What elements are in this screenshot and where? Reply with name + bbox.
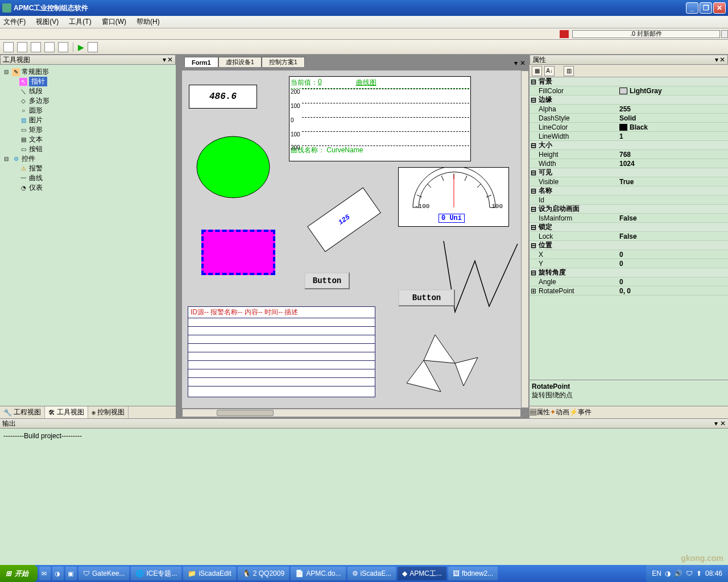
menu-help[interactable]: 帮助(H) (136, 17, 160, 27)
prop-row[interactable]: Height768 (530, 150, 728, 159)
menu-tools[interactable]: 工具(T) (69, 17, 91, 27)
canvas-scrollbar-v[interactable] (521, 70, 529, 408)
tree-rect[interactable]: 矩形 (29, 125, 43, 135)
tree-line[interactable]: 线段 (29, 86, 43, 96)
prop-row[interactable]: Angle0 (530, 277, 728, 286)
canvas-gauge[interactable]: -100 100 0 Uni (398, 167, 509, 227)
menu-view[interactable]: 视图(V) (36, 17, 59, 27)
prop-category[interactable]: ⊟名称 (530, 186, 728, 196)
tree-group-controls[interactable]: 控件 (22, 154, 35, 164)
tree-alarm[interactable]: 报警 (29, 164, 43, 173)
quicklaunch-1[interactable]: ✉ (39, 567, 51, 580)
prop-category[interactable]: ⊟设为启动画面 (530, 205, 728, 214)
prop-row[interactable]: Y0 (530, 259, 728, 268)
start-button[interactable]: ⊞开始 (0, 565, 38, 582)
tree-text[interactable]: 文本 (29, 135, 43, 144)
canvas-button-2[interactable]: Button (398, 289, 455, 306)
canvas-button-1[interactable]: Button (304, 272, 350, 289)
prop-category[interactable]: ⊟位置 (530, 241, 728, 250)
taskbar-item[interactable]: 📄APMC.do... (291, 567, 345, 580)
tb-saveall[interactable] (44, 42, 55, 52)
output-close-icon[interactable]: ✕ (720, 419, 726, 427)
tb-print[interactable] (58, 42, 68, 52)
panel-close-icon[interactable]: ✕ (167, 56, 173, 64)
quicklaunch-2[interactable]: ◑ (52, 567, 64, 580)
tb-save[interactable] (31, 42, 41, 52)
canvas-ellipse[interactable] (193, 133, 273, 201)
pin-icon[interactable]: ▾ (163, 56, 166, 64)
prop-categorize-icon[interactable]: ▦ (532, 66, 542, 76)
canvas-rotated-text[interactable]: 125 (307, 188, 381, 252)
tree-polygon[interactable]: 多边形 (29, 96, 49, 106)
prop-row[interactable]: FillColorLightGray (530, 86, 728, 95)
prop-category[interactable]: ⊟边缘 (530, 95, 728, 105)
canvas-curve-panel[interactable]: 当前值： 0 曲线图 200 100 0 100 200 (289, 76, 471, 161)
tree-image[interactable]: 图片 (29, 115, 43, 125)
ticker-scroll[interactable] (721, 30, 728, 38)
prop-row[interactable]: IsMainformFalse (530, 214, 728, 223)
canvas-polygon[interactable] (404, 332, 483, 400)
prop-row[interactable]: LockFalse (530, 232, 728, 241)
prop-category[interactable]: ⊟旋转角度 (530, 268, 728, 277)
prop-pages-icon[interactable]: ▥ (564, 66, 574, 76)
tb-run[interactable]: ▶ (78, 43, 84, 52)
minimize-button[interactable]: _ (686, 2, 698, 14)
left-tab-control[interactable]: ⎈控制视图 (88, 406, 129, 418)
prop-sort-icon[interactable]: A↓ (544, 66, 555, 76)
prop-category[interactable]: ⊟可见 (530, 168, 728, 177)
taskbar-item[interactable]: 🐧2 QQ2009 (238, 567, 289, 580)
prop-row[interactable]: Id (530, 196, 728, 205)
prop-row[interactable]: DashStyleSolid (530, 114, 728, 123)
prop-category[interactable]: ⊟大小 (530, 141, 728, 150)
tree-gauge[interactable]: 仪表 (29, 183, 43, 193)
tree-curve[interactable]: 曲线 (29, 173, 43, 183)
left-tab-project[interactable]: 🔧工程视图 (0, 406, 45, 418)
canvas-textbox[interactable]: 486.6 (189, 85, 257, 109)
right-tab-props[interactable]: ▦属性 (530, 408, 550, 417)
prop-row[interactable]: X0 (530, 250, 728, 259)
right-tab-anim[interactable]: ✦动画 (550, 408, 569, 417)
tb-stop[interactable] (88, 42, 98, 52)
props-pin-icon[interactable]: ▾ (715, 56, 718, 64)
prop-row[interactable]: LineColorBlack (530, 123, 728, 132)
quicklaunch-3[interactable]: ▣ (65, 567, 77, 580)
tree-pointer[interactable]: 指针 (29, 77, 47, 86)
property-grid[interactable]: ⊟背景FillColorLightGray⊟边缘Alpha255DashStyl… (530, 77, 728, 380)
taskbar-item[interactable]: 🛡GateKee... (78, 567, 129, 580)
prop-category[interactable]: ⊟背景 (530, 77, 728, 86)
prop-row[interactable]: VisibleTrue (530, 177, 728, 186)
tab-dropdown-icon[interactable]: ▾ (514, 59, 518, 67)
taskbar-item[interactable]: 🖼fbdnew2... (448, 567, 498, 580)
prop-row[interactable]: LineWidth1 (530, 132, 728, 141)
left-tab-tools[interactable]: 🛠工具视图 (45, 406, 88, 418)
menu-file[interactable]: 文件(F) (3, 17, 26, 27)
canvas-scrollbar-h[interactable] (182, 409, 521, 417)
prop-row[interactable]: Width1024 (530, 159, 728, 168)
canvas-rectangle[interactable] (201, 230, 275, 275)
design-canvas[interactable]: 486.6 当前值： 0 曲线图 200 100 0 (182, 70, 521, 408)
prop-row[interactable]: ⊞RotatePoint0, 0 (530, 286, 728, 296)
menu-window[interactable]: 窗口(W) (102, 17, 126, 27)
tree-button[interactable]: 按钮 (29, 144, 43, 154)
system-tray[interactable]: EN◑🔊🛡⬆ 08:46 (646, 565, 728, 582)
taskbar-item[interactable]: ⚙iScadaE... (348, 567, 396, 580)
tree-circle[interactable]: 圆形 (29, 106, 43, 115)
tab-device1[interactable]: 虚拟设备1 (218, 57, 262, 67)
props-close-icon[interactable]: ✕ (719, 56, 725, 64)
maximize-button[interactable]: ❐ (700, 2, 712, 14)
tb-new[interactable] (3, 42, 14, 52)
tb-open[interactable] (17, 42, 27, 52)
prop-row[interactable]: Alpha255 (530, 105, 728, 114)
taskbar-item[interactable]: 🌐ICE专题... (131, 567, 181, 580)
prop-category[interactable]: ⊟锁定 (530, 223, 728, 232)
output-pin-icon[interactable]: ▾ (714, 419, 718, 427)
tab-close-icon[interactable]: ✕ (520, 59, 526, 67)
tab-scheme1[interactable]: 控制方案1 (262, 57, 305, 67)
close-button[interactable]: ✕ (713, 2, 726, 14)
taskbar-item[interactable]: 📁iScadaEdit (183, 567, 235, 580)
tree-group-shapes[interactable]: 常规图形 (22, 67, 49, 77)
taskbar-item-active[interactable]: ◆APMC工... (398, 567, 446, 580)
canvas-alarm-table[interactable]: ID源-- 报警名称-- 内容-- 时间-- 描述 (188, 306, 375, 397)
tab-form1[interactable]: Form1 (184, 57, 218, 67)
right-tab-events[interactable]: ⚡事件 (569, 408, 592, 417)
